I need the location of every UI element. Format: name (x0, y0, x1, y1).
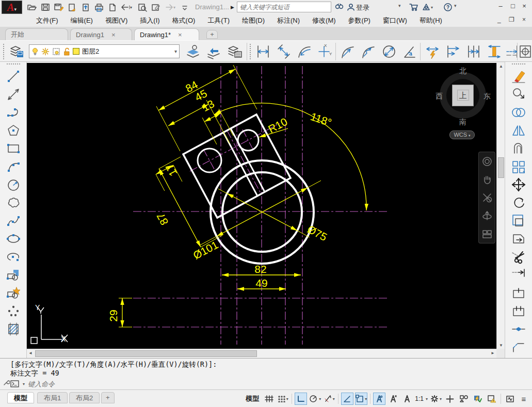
spline-tool[interactable] (3, 212, 24, 230)
toolbar-grip[interactable] (512, 63, 525, 66)
viewcube-east[interactable]: 东 (483, 92, 491, 101)
navigation-bar[interactable] (478, 152, 495, 243)
dim-angular-button[interactable] (400, 42, 419, 61)
tab-drawing1-star[interactable]: Drawing1*× (134, 28, 199, 40)
menu-file[interactable]: 文件(F) (30, 14, 65, 27)
document-window-controls[interactable]: _ ❐ × (497, 16, 529, 23)
polyline-tool[interactable] (3, 104, 24, 121)
tab-start[interactable]: 开始 (5, 28, 68, 40)
save-button[interactable] (39, 1, 52, 13)
export-button[interactable] (66, 1, 78, 13)
layer-properties-button[interactable] (225, 42, 244, 61)
layout2-tab[interactable]: 布局2 (69, 392, 100, 403)
search-icon[interactable] (333, 1, 346, 13)
viewcube-top-face[interactable]: 上 (452, 85, 474, 106)
annotation-visibility-toggle[interactable] (373, 393, 385, 405)
a360-icon[interactable]: ▾ (421, 1, 433, 13)
cad-drawing[interactable]: 84 45 13 R10 118° 17 87 Ø101 Ø75 82 49 2… (27, 63, 496, 349)
dim-radius-button[interactable] (338, 42, 357, 61)
scale-tool[interactable] (508, 212, 529, 230)
navigation-wheel-icon[interactable] (481, 156, 493, 167)
copy-tool[interactable] (508, 86, 529, 103)
login-button[interactable]: 登录 (356, 3, 369, 12)
layout1-tab[interactable]: 布局1 (37, 392, 68, 403)
construction-line-tool[interactable] (3, 86, 24, 103)
undo-button[interactable]: ▾ (120, 1, 132, 13)
play-icon[interactable]: ▶ (231, 5, 234, 10)
customize-wrench-icon[interactable] (3, 379, 10, 386)
menu-insert[interactable]: 插入(I) (134, 14, 166, 27)
chevron-down-icon[interactable]: ▾ (440, 397, 442, 401)
menu-view[interactable]: 视图(V) (99, 14, 134, 27)
break-tool[interactable] (508, 302, 529, 320)
chevron-down-icon[interactable]: ▾ (398, 3, 401, 8)
array-tool[interactable] (508, 158, 529, 175)
help-icon[interactable]: ? (442, 1, 454, 13)
clean-screen-button[interactable] (504, 393, 516, 405)
upload-mobile-button[interactable] (79, 1, 92, 13)
menu-dimension[interactable]: 标注(N) (271, 14, 306, 27)
dim-baseline-button[interactable] (444, 42, 462, 61)
new-layout-button[interactable]: + (101, 392, 115, 403)
ellipse-tool[interactable] (3, 230, 24, 248)
dimensions[interactable] (119, 65, 366, 327)
search-input[interactable] (237, 2, 331, 12)
dim-continue-button[interactable] (464, 42, 483, 61)
scroll-right-icon[interactable]: ► (491, 351, 495, 355)
minimize-button[interactable]: – (496, 2, 505, 11)
chamfer-tool[interactable] (508, 338, 529, 356)
isolate-objects-button[interactable] (458, 393, 470, 405)
object-snap-tracking-toggle[interactable] (341, 393, 353, 405)
graphics-performance-button[interactable] (472, 393, 484, 405)
revision-cloud-tool[interactable] (3, 194, 24, 211)
viewcube[interactable]: 上 北 南 西 东 (436, 68, 490, 125)
horizontal-scrollbar[interactable]: ◄ ► (27, 349, 496, 358)
toolbar-grip[interactable] (3, 44, 7, 59)
grid-toggle[interactable] (263, 393, 275, 405)
model-space-toggle[interactable]: 模型 (244, 394, 261, 403)
vertical-scroll-thumb[interactable] (498, 157, 504, 178)
customization-menu-button[interactable]: ≡ (518, 393, 530, 405)
toolbar-grip[interactable] (250, 44, 253, 59)
menu-format[interactable]: 格式(O) (166, 14, 202, 27)
pan-icon[interactable] (481, 174, 493, 185)
scroll-down-icon[interactable]: ▼ (499, 343, 503, 348)
close-button[interactable]: × (520, 2, 529, 11)
chevron-down-icon[interactable]: ▾ (333, 397, 335, 401)
qat-customize-button[interactable] (179, 1, 191, 13)
scroll-left-icon[interactable]: ◄ (28, 351, 33, 355)
workspace-gear-button[interactable]: ▾ (429, 393, 442, 405)
save-as-button[interactable] (53, 1, 65, 13)
cart-icon[interactable] (408, 1, 420, 13)
menu-window[interactable]: 窗口(W) (377, 14, 413, 27)
break-at-point-tool[interactable] (508, 284, 529, 302)
hatch-tool[interactable] (3, 320, 24, 338)
menu-help[interactable]: 帮助(H) (413, 14, 448, 27)
make-block-tool[interactable] (3, 284, 24, 302)
polar-tracking-toggle[interactable]: ▾ (309, 393, 321, 405)
viewcube-west[interactable]: 西 (436, 92, 443, 101)
vertical-scrollbar[interactable]: ▲ ▼ (496, 63, 505, 349)
annotation-monitor-button[interactable] (486, 393, 498, 405)
app-logo-button[interactable]: A▾ (2, 1, 22, 14)
drawing-canvas[interactable]: 84 45 13 R10 118° 17 87 Ø101 Ø75 82 49 2… (27, 63, 496, 349)
rotate-tool[interactable] (508, 194, 529, 211)
line-tool[interactable] (3, 68, 24, 85)
chevron-down-icon[interactable]: ▾ (426, 397, 428, 401)
make-object-layer-current-button[interactable] (184, 42, 202, 61)
chevron-down-icon[interactable]: ▾ (286, 397, 288, 401)
dim-jogged-button[interactable] (359, 42, 378, 61)
offset-circles-tool[interactable] (508, 104, 529, 121)
preview-button[interactable] (136, 1, 149, 13)
dim-arclength-button[interactable] (295, 42, 314, 61)
annotation-scale-icon[interactable] (401, 393, 413, 405)
dim-ordinate-button[interactable]: XY (316, 42, 334, 61)
arc-tool[interactable] (3, 158, 24, 175)
close-icon[interactable]: × (178, 31, 182, 39)
toolbar-grip[interactable] (7, 63, 20, 66)
model-tab[interactable]: 模型 (7, 392, 34, 403)
join-tool[interactable] (508, 320, 529, 338)
annotation-scale-value[interactable]: 1:1 (415, 395, 424, 402)
isodraft-toggle[interactable]: ▾ (323, 393, 335, 405)
chevron-down-icon[interactable]: ▾ (454, 3, 457, 8)
